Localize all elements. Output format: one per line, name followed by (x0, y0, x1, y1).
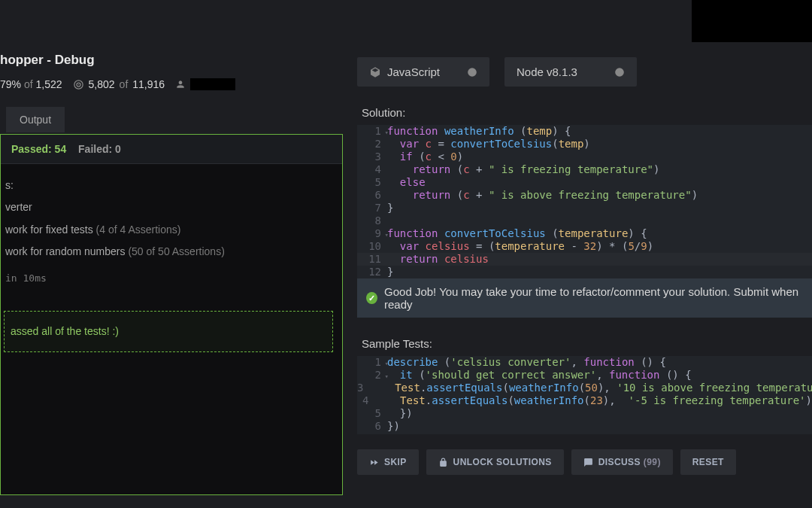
code-line[interactable]: 2▾ it ('should get correct answer', func… (357, 369, 812, 382)
lock-icon (438, 458, 448, 467)
test-suite-name[interactable]: verter (5, 196, 338, 218)
code-line[interactable]: 5 }) (357, 407, 812, 420)
output-summary: Passed: 54 Failed: 0 (1, 135, 342, 164)
code-line[interactable]: 3 Test.assertEquals(weatherInfo(50), '10… (357, 382, 812, 394)
env-dropdowns: JavaScript Node v8.1.3 (357, 57, 812, 87)
runtime-dropdown[interactable]: Node v8.1.3 (504, 57, 637, 87)
chevron-down-icon (467, 67, 477, 78)
discuss-button[interactable]: DISCUSS (99) (571, 449, 673, 475)
test-result-row[interactable]: work for fixed tests (4 of 4 Assertions) (5, 219, 338, 241)
all-tests-passed-banner: assed all of the tests! :) (4, 311, 333, 352)
fold-icon[interactable]: ▾ (385, 370, 389, 383)
language-dropdown[interactable]: JavaScript (357, 57, 489, 87)
solution-label: Solution: (362, 106, 812, 119)
svg-point-2 (77, 84, 78, 84)
unlock-solutions-button[interactable]: UNLOCK SOLUTIONS (426, 449, 564, 475)
code-line[interactable]: 11 return celsius (357, 253, 812, 266)
solution-editor[interactable]: 1▾function weatherInfo (temp) {2 var c =… (357, 125, 812, 278)
code-line[interactable]: 1▾function weatherInfo (temp) { (357, 125, 812, 138)
code-line[interactable]: 9▾function convertToCelsius (temperature… (357, 227, 812, 240)
author-stat (175, 78, 235, 90)
test-results-heading: s: (5, 175, 338, 196)
top-black-region (692, 0, 812, 42)
chat-icon (583, 458, 593, 467)
reset-button[interactable]: RESET (680, 449, 736, 475)
completion-stat: 79% of 1,522 (0, 78, 62, 90)
good-job-banner: Good Job! You may take your time to refa… (357, 278, 812, 318)
output-panel: Passed: 54 Failed: 0 s: verter work for … (0, 134, 343, 495)
code-line[interactable]: 1▾describe ('celsius converter', functio… (357, 356, 812, 369)
check-circle-icon (366, 292, 377, 304)
kata-stats: 79% of 1,522 5,802 of 11,916 (0, 78, 235, 90)
code-line[interactable]: 6}) (357, 420, 812, 433)
star-stat: 5,802 of 11,916 (73, 78, 165, 90)
skip-button[interactable]: SKIP (357, 449, 419, 475)
code-line[interactable]: 8 (357, 214, 812, 227)
action-buttons: SKIP UNLOCK SOLUTIONS DISCUSS (99) RESET (357, 449, 812, 475)
sample-tests-label: Sample Tests: (362, 337, 812, 350)
test-result-row[interactable]: work for random numbers (50 of 50 Assert… (5, 241, 338, 263)
kata-header: hopper - Debug 79% of 1,522 5,802 of 11,… (0, 53, 235, 90)
failed-label: Failed: 0 (78, 143, 121, 155)
author-name-redacted (190, 78, 235, 90)
passed-label: Passed: 54 (11, 143, 69, 155)
output-tabs: Output (6, 107, 65, 132)
output-body: s: verter work for fixed tests (4 of 4 A… (1, 164, 342, 363)
code-line[interactable]: 6 return (c + " is above freezing temper… (357, 189, 812, 202)
code-line[interactable]: 4 Test.assertEquals(weatherInfo(23), '-5… (357, 394, 812, 407)
chevron-down-icon (614, 67, 625, 78)
code-line[interactable]: 7} (357, 202, 812, 214)
target-icon (73, 79, 84, 90)
person-icon (175, 79, 186, 90)
tab-output[interactable]: Output (6, 107, 65, 132)
code-line[interactable]: 2 var c = convertToCelsius(temp) (357, 138, 812, 151)
javascript-icon (369, 66, 381, 78)
code-line[interactable]: 5 else (357, 176, 812, 189)
kata-title: hopper - Debug (0, 53, 235, 68)
code-line[interactable]: 4 return (c + " is freezing temperature"… (357, 163, 812, 176)
skip-icon (369, 458, 379, 467)
test-time: in 10ms (5, 268, 338, 288)
code-line[interactable]: 10 var celsius = (temperature - 32) * (5… (357, 240, 812, 253)
code-line[interactable]: 12} (357, 266, 812, 278)
code-line[interactable]: 3 if (c < 0) (357, 151, 812, 163)
tests-editor[interactable]: 1▾describe ('celsius converter', functio… (357, 356, 812, 434)
